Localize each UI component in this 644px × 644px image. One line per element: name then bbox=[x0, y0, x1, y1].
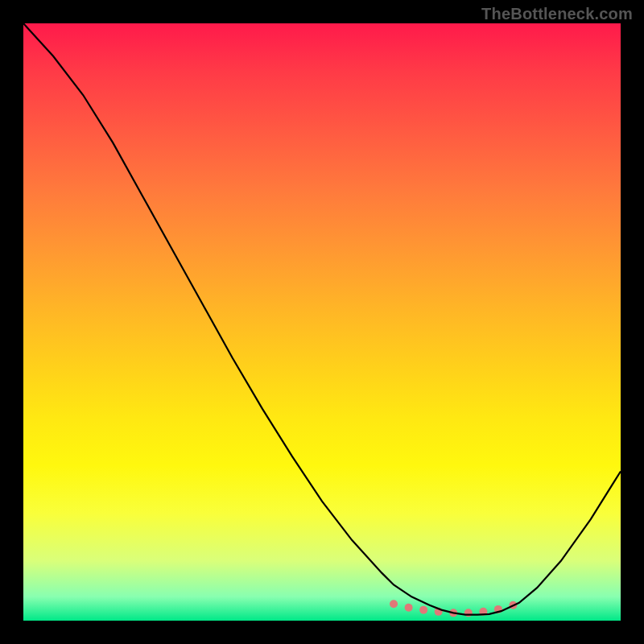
plot-area bbox=[23, 23, 621, 621]
curve-marker bbox=[419, 606, 427, 614]
watermark-text: TheBottleneck.com bbox=[481, 5, 633, 23]
curve-marker bbox=[405, 604, 413, 612]
curve-line bbox=[23, 23, 621, 615]
curve-marker bbox=[464, 609, 473, 617]
curve-markers bbox=[390, 600, 517, 617]
curve-marker bbox=[390, 600, 398, 608]
chart-svg bbox=[23, 23, 621, 621]
chart-stage: TheBottleneck.com bbox=[0, 0, 644, 644]
